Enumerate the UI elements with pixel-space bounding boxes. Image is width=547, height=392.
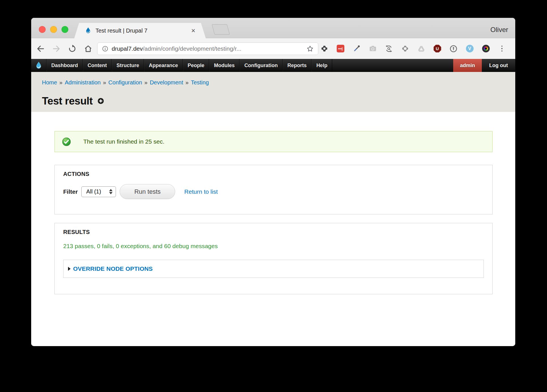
page-header: Home»Administration»Configuration»Develo… xyxy=(31,72,515,112)
browser-window: Test result | Drupal 7 ✕ Oliver xyxy=(31,18,515,346)
tab-close-icon[interactable]: ✕ xyxy=(191,27,196,34)
tab-title: Test result | Drupal 7 xyxy=(96,27,191,34)
traffic-lights xyxy=(39,26,68,33)
actions-legend: ACTIONS xyxy=(63,171,484,177)
toolbar-item-reports[interactable]: Reports xyxy=(283,59,311,72)
return-to-list-link[interactable]: Return to list xyxy=(184,188,218,195)
filter-select[interactable]: All (1) xyxy=(81,186,116,197)
home-button[interactable] xyxy=(84,44,92,53)
toolbar-item-dashboard[interactable]: Dashboard xyxy=(46,59,83,72)
userscript-cog-extension-icon[interactable] xyxy=(401,44,409,53)
forward-button[interactable] xyxy=(52,44,61,53)
minimize-window-button[interactable] xyxy=(50,26,57,33)
lens-extension-icon[interactable] xyxy=(482,44,490,53)
kebab-menu-icon xyxy=(501,46,503,52)
toolbar-user-admin[interactable]: admin xyxy=(453,59,482,72)
breadcrumb-separator: » xyxy=(144,79,147,86)
breadcrumb-home[interactable]: Home xyxy=(42,79,57,86)
override-node-options-fieldset[interactable]: OVERRIDE NODE OPTIONS xyxy=(63,260,484,278)
key-extension-icon[interactable] xyxy=(449,44,458,53)
cog-icon xyxy=(401,45,409,52)
sync-search-extension-icon[interactable] xyxy=(385,44,393,53)
toolbar-spacer xyxy=(332,59,453,72)
zoom-window-button[interactable] xyxy=(62,26,68,33)
breadcrumb-separator: » xyxy=(185,79,188,86)
ublock-octagon-icon: U xyxy=(434,45,441,52)
status-message: The test run finished in 25 sec. xyxy=(54,131,493,152)
home-icon xyxy=(84,44,92,53)
settings-gear-extension-icon[interactable] xyxy=(320,44,328,53)
drive-triangle-icon xyxy=(417,45,425,52)
camera-icon xyxy=(369,45,377,52)
gear-icon xyxy=(321,45,328,52)
toolbar-item-structure[interactable]: Structure xyxy=(112,59,144,72)
breadcrumb-configuration[interactable]: Configuration xyxy=(108,79,142,86)
browser-toolbar: drupal7.dev/admin/config/development/tes… xyxy=(31,38,515,59)
back-button[interactable] xyxy=(36,44,45,53)
camera-lens-icon xyxy=(482,45,490,52)
titlebar: Test result | Drupal 7 ✕ Oliver xyxy=(31,18,515,38)
browser-tab[interactable]: Test result | Drupal 7 ✕ xyxy=(74,23,206,38)
select-arrows-icon xyxy=(109,189,113,194)
drupal-logo-icon xyxy=(35,61,43,70)
chrome-profile-name[interactable]: Oliver xyxy=(490,26,508,34)
password-manager-extension-icon[interactable]: •••| xyxy=(336,44,345,53)
eyedropper-extension-icon[interactable] xyxy=(352,44,361,53)
toolbar-item-people[interactable]: People xyxy=(183,59,209,72)
add-shortcut-icon[interactable] xyxy=(97,98,104,104)
breadcrumb-testing[interactable]: Testing xyxy=(191,79,209,86)
close-window-button[interactable] xyxy=(39,26,46,33)
reload-icon xyxy=(68,44,77,53)
breadcrumb: Home»Administration»Configuration»Develo… xyxy=(42,79,209,86)
keyhole-circle-icon xyxy=(450,45,457,53)
extension-row: •••| xyxy=(320,44,506,53)
toolbar-item-configuration[interactable]: Configuration xyxy=(239,59,283,72)
main-content: The test run finished in 25 sec. ACTIONS… xyxy=(31,112,515,346)
toolbar-item-appearance[interactable]: Appearance xyxy=(144,59,183,72)
run-tests-button[interactable]: Run tests xyxy=(120,184,175,199)
bookmark-star-button[interactable] xyxy=(306,45,314,52)
page-title: Test result xyxy=(42,96,93,106)
reload-button[interactable] xyxy=(68,44,77,53)
drive-extension-icon[interactable] xyxy=(417,44,425,53)
v-circle-icon: V xyxy=(466,45,474,52)
filter-label: Filter xyxy=(63,188,78,195)
toolbar-item-content[interactable]: Content xyxy=(83,59,112,72)
back-icon xyxy=(36,44,45,53)
nav-buttons xyxy=(36,44,92,53)
filter-select-value: All (1) xyxy=(86,188,101,195)
dots-badge-icon: •••| xyxy=(337,45,344,52)
results-legend: RESULTS xyxy=(63,229,484,235)
ublock-extension-icon[interactable]: U xyxy=(433,44,442,53)
results-fieldset: RESULTS 213 passes, 0 fails, 0 exception… xyxy=(54,223,493,294)
camera-extension-icon[interactable] xyxy=(368,44,377,53)
eyedropper-icon xyxy=(353,45,361,52)
breadcrumb-administration[interactable]: Administration xyxy=(65,79,101,86)
new-tab-button[interactable] xyxy=(212,24,230,35)
toolbar-item-modules[interactable]: Modules xyxy=(209,59,239,72)
results-summary: 213 passes, 0 fails, 0 exceptions, and 6… xyxy=(63,243,484,250)
url-text[interactable]: drupal7.dev/admin/config/development/tes… xyxy=(112,45,241,52)
v-extension-icon[interactable]: V xyxy=(465,44,474,53)
override-node-options-link[interactable]: OVERRIDE NODE OPTIONS xyxy=(73,265,153,272)
drupal-admin-toolbar: Dashboard Content Structure Appearance P… xyxy=(31,59,515,72)
address-bar[interactable]: drupal7.dev/admin/config/development/tes… xyxy=(97,42,318,55)
star-icon xyxy=(306,45,314,52)
browser-menu-button[interactable] xyxy=(498,44,506,53)
toolbar-logout[interactable]: Log out xyxy=(482,59,515,72)
url-path: /admin/config/development/testing/r... xyxy=(143,45,241,52)
forward-icon xyxy=(52,44,61,53)
actions-fieldset: ACTIONS Filter All (1) Run tests Return … xyxy=(54,165,493,214)
drupal-home-button[interactable] xyxy=(31,59,46,72)
breadcrumb-separator: » xyxy=(103,79,106,86)
page-info-icon[interactable] xyxy=(102,45,109,52)
collapsed-arrow-icon xyxy=(68,267,71,271)
breadcrumb-separator: » xyxy=(59,79,62,86)
url-domain: drupal7.dev xyxy=(112,45,143,52)
success-check-icon xyxy=(62,137,71,146)
status-message-text: The test run finished in 25 sec. xyxy=(83,138,164,145)
circular-arrows-icon xyxy=(385,45,393,53)
drupal-favicon xyxy=(84,27,92,34)
breadcrumb-development[interactable]: Development xyxy=(150,79,183,86)
toolbar-item-help[interactable]: Help xyxy=(311,59,332,72)
